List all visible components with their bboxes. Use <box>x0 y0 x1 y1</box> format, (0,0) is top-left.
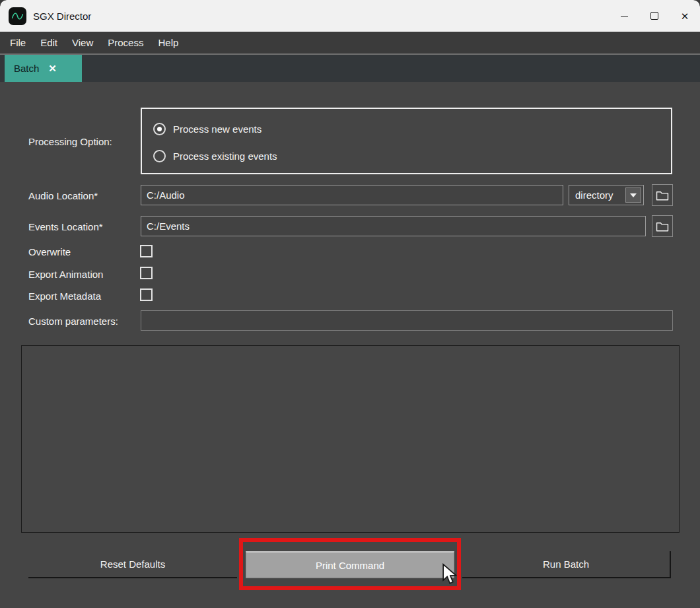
export-metadata-label: Export Metadata <box>28 290 101 302</box>
reset-defaults-button[interactable]: Reset Defaults <box>28 551 237 578</box>
menu-help[interactable]: Help <box>151 32 186 53</box>
run-batch-button[interactable]: Run Batch <box>462 551 671 578</box>
menu-process[interactable]: Process <box>100 32 151 53</box>
close-button[interactable]: ✕ <box>670 0 700 32</box>
dropdown-arrow-button[interactable] <box>625 187 641 203</box>
folder-icon <box>656 190 669 201</box>
overwrite-checkbox[interactable] <box>140 245 153 257</box>
tab-batch[interactable]: Batch ✕ <box>5 55 82 82</box>
radio-selected-dot <box>157 127 162 131</box>
titlebar: SGX Director ✕ <box>0 0 700 32</box>
radio-existing-events[interactable] <box>153 150 166 162</box>
audio-location-input[interactable] <box>141 185 563 205</box>
app-window: SGX Director ✕ File Edit View Process He… <box>0 0 700 608</box>
processing-option-label: Processing Option: <box>28 136 112 147</box>
radio-new-events-label: Process new events <box>173 123 262 135</box>
audio-type-dropdown-value: directory <box>575 189 613 201</box>
app-logo-icon <box>9 7 26 25</box>
custom-parameters-input[interactable] <box>141 310 673 331</box>
processing-option-group: Process new events Process existing even… <box>141 108 672 174</box>
folder-icon <box>656 221 669 232</box>
export-animation-checkbox[interactable] <box>140 267 153 279</box>
audio-type-dropdown[interactable]: directory <box>569 185 644 205</box>
overwrite-label: Overwrite <box>28 246 71 257</box>
minimize-button[interactable] <box>609 0 639 32</box>
window-title: SGX Director <box>33 11 91 22</box>
tab-bar: Batch ✕ <box>0 55 700 82</box>
maximize-button[interactable] <box>639 0 670 32</box>
radio-row-new-events[interactable]: Process new events <box>153 123 262 135</box>
radio-row-existing-events[interactable]: Process existing events <box>153 150 277 162</box>
custom-parameters-label: Custom parameters: <box>28 316 118 327</box>
menu-edit[interactable]: Edit <box>33 32 65 53</box>
events-location-label: Events Location* <box>28 221 103 232</box>
tab-batch-label: Batch <box>14 63 39 74</box>
chevron-down-icon <box>630 193 637 197</box>
audio-browse-button[interactable] <box>652 184 673 206</box>
print-command-button[interactable]: Print Command <box>246 551 454 578</box>
output-console[interactable] <box>21 345 680 533</box>
close-icon: ✕ <box>681 11 689 21</box>
radio-new-events[interactable] <box>153 123 166 135</box>
minimize-icon <box>621 16 628 17</box>
export-animation-label: Export Animation <box>28 269 103 280</box>
window-controls: ✕ <box>609 0 700 32</box>
radio-existing-events-label: Process existing events <box>173 151 277 162</box>
menu-file[interactable]: File <box>3 32 33 53</box>
events-browse-button[interactable] <box>652 215 673 237</box>
events-location-input[interactable] <box>141 216 646 236</box>
menubar: File Edit View Process Help <box>0 32 700 55</box>
tab-close-icon[interactable]: ✕ <box>48 63 57 73</box>
export-metadata-checkbox[interactable] <box>140 288 153 301</box>
audio-location-label: Audio Location* <box>28 190 98 201</box>
menu-view[interactable]: View <box>65 32 100 53</box>
maximize-icon <box>650 12 658 20</box>
